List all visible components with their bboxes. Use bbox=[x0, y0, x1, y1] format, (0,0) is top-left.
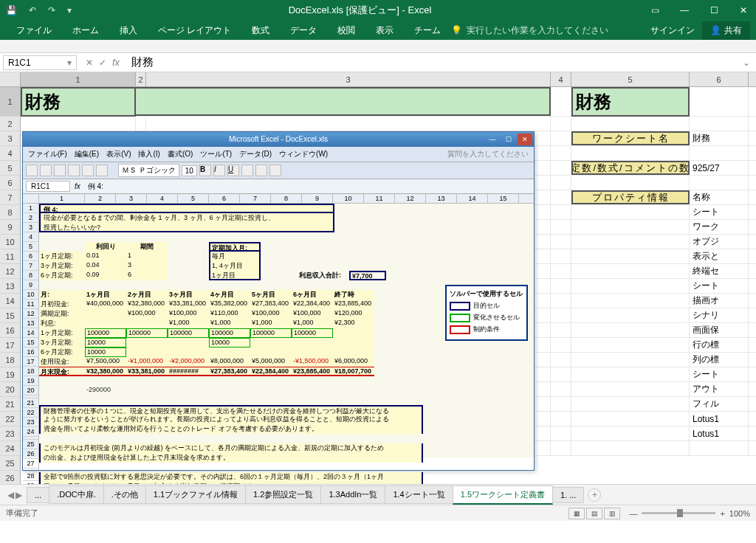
page-layout-view-icon[interactable]: ▤ bbox=[586, 508, 602, 519]
sheet-tab-worksheet-def[interactable]: 1.5ワークシート定義書 bbox=[453, 485, 553, 505]
cell-r10c6[interactable]: オブジ bbox=[690, 235, 749, 249]
col-header-2[interactable]: 2 bbox=[136, 72, 146, 86]
cell-r2c1[interactable] bbox=[21, 117, 136, 131]
cell-r17c6[interactable]: 行の標 bbox=[690, 338, 749, 352]
cell-r23c5[interactable] bbox=[571, 426, 690, 440]
sheet-tab-doc-cover[interactable]: .DOC中扉. bbox=[49, 485, 104, 504]
cell-r10c5[interactable] bbox=[571, 235, 690, 249]
cell-r4c6[interactable] bbox=[690, 146, 749, 160]
signin-link[interactable]: サインイン bbox=[643, 21, 702, 40]
zoom-level[interactable]: 100% bbox=[729, 509, 750, 518]
cell-r17c5[interactable] bbox=[571, 338, 690, 352]
sheet-tab-reference[interactable]: 1.2参照設定一覧 bbox=[245, 485, 321, 504]
cell-r22c6[interactable]: Lotus1 bbox=[690, 412, 749, 426]
cell-r13c5[interactable] bbox=[571, 279, 690, 293]
label-row-7[interactable]: プロパティ情報 bbox=[571, 190, 690, 204]
fx-icon[interactable]: fx bbox=[112, 57, 120, 68]
col-header-4[interactable]: 4 bbox=[551, 72, 571, 86]
page-break-view-icon[interactable]: ▥ bbox=[604, 508, 620, 519]
cell-r8c6[interactable]: シート bbox=[690, 205, 749, 219]
spreadsheet-grid[interactable]: 1234567891011121314151617181920212223242… bbox=[0, 87, 756, 484]
tell-me-search[interactable]: 💡 実行したい作業を入力してください bbox=[451, 24, 608, 37]
tab-data[interactable]: データ bbox=[280, 21, 327, 40]
save-icon[interactable]: 💾 bbox=[3, 4, 20, 17]
undo-icon[interactable]: ↶ bbox=[26, 4, 39, 17]
cell-r12c5[interactable] bbox=[571, 264, 690, 278]
cell-r24c5[interactable] bbox=[571, 441, 690, 455]
cell-r1c2-3[interactable] bbox=[136, 87, 551, 116]
label-row-5[interactable]: 定数/数式/コメントの数 bbox=[571, 161, 690, 175]
cell-r4c5[interactable] bbox=[571, 146, 690, 160]
sheet-tab-ellipsis[interactable]: ... bbox=[27, 487, 49, 503]
confirm-formula-icon[interactable]: ✓ bbox=[99, 58, 106, 68]
chevron-down-icon[interactable]: ▾ bbox=[67, 58, 72, 68]
cell-r20c5[interactable] bbox=[571, 382, 690, 396]
cell-r11c5[interactable] bbox=[571, 249, 690, 263]
tab-review[interactable]: 校閲 bbox=[327, 21, 365, 40]
zoom-out-button[interactable]: — bbox=[629, 509, 637, 518]
cell-r11c6[interactable]: 表示と bbox=[690, 249, 749, 263]
col-header-5[interactable]: 5 bbox=[571, 72, 690, 86]
tab-nav-next-icon[interactable]: ▶ bbox=[16, 490, 22, 500]
zoom-slider[interactable] bbox=[642, 512, 715, 514]
tab-nav-prev-icon[interactable]: ◀ bbox=[7, 490, 14, 500]
cell-r15c6[interactable]: シナリ bbox=[690, 308, 749, 322]
tab-page-layout[interactable]: ページ レイアウト bbox=[148, 21, 241, 40]
sheet-tab-trailing[interactable]: 1. ... bbox=[552, 487, 584, 503]
cell-r3c6[interactable]: 財務 bbox=[690, 131, 749, 145]
cell-r21c6[interactable]: フィル bbox=[690, 397, 749, 411]
cancel-formula-icon[interactable]: ✕ bbox=[86, 58, 93, 68]
sheet-tab-book-info[interactable]: 1.1ブックファイル情報 bbox=[145, 485, 246, 504]
cell-r6c6[interactable] bbox=[690, 176, 749, 190]
tab-view[interactable]: 表示 bbox=[365, 21, 404, 40]
maximize-icon[interactable]: ☐ bbox=[704, 3, 724, 18]
cell-r16c6[interactable]: 画面保 bbox=[690, 323, 749, 337]
cell-r7c6[interactable]: 名称 bbox=[690, 190, 749, 204]
cell-r1c6[interactable] bbox=[690, 87, 749, 116]
share-button[interactable]: 👤 共有 bbox=[702, 21, 750, 40]
sheet-tab-sheet-list[interactable]: 1.4シート一覧 bbox=[385, 485, 453, 504]
cell-r13c6[interactable]: シート bbox=[690, 279, 749, 293]
close-icon[interactable]: ✕ bbox=[734, 3, 753, 18]
cell-r20c6[interactable]: アウト bbox=[690, 382, 749, 396]
cell-r9c5[interactable] bbox=[571, 220, 690, 234]
select-all-corner[interactable] bbox=[0, 72, 21, 86]
cell-r6c5[interactable] bbox=[571, 176, 690, 190]
formula-input[interactable]: 財務 bbox=[126, 54, 737, 71]
cell-r1c1[interactable]: 財務 bbox=[21, 87, 136, 117]
tab-formulas[interactable]: 数式 bbox=[241, 21, 280, 40]
sheet-tab-addin[interactable]: 1.3AddIn一覧 bbox=[320, 485, 385, 504]
ribbon-display-icon[interactable]: ▭ bbox=[645, 3, 664, 18]
zoom-in-button[interactable]: + bbox=[720, 509, 724, 518]
tab-file[interactable]: ファイル bbox=[6, 21, 62, 40]
cell-r18c6[interactable]: 列の標 bbox=[690, 353, 749, 367]
cell-r5c6[interactable]: 925/27 bbox=[690, 161, 749, 175]
col-header-1[interactable]: 1 bbox=[21, 72, 136, 86]
label-row-3[interactable]: ワークシート名 bbox=[571, 131, 690, 145]
qat-dropdown-icon[interactable]: ▾ bbox=[64, 4, 75, 17]
cell-r21c5[interactable] bbox=[571, 397, 690, 411]
redo-icon[interactable]: ↷ bbox=[45, 4, 58, 17]
sheet-tab-other[interactable]: .その他 bbox=[103, 485, 146, 504]
cell-r15c5[interactable] bbox=[571, 308, 690, 322]
cell-r19c6[interactable]: シート bbox=[690, 367, 749, 381]
col-header-3[interactable]: 3 bbox=[146, 72, 551, 86]
normal-view-icon[interactable]: ▦ bbox=[568, 508, 585, 519]
cell-r9c6[interactable]: ワーク bbox=[690, 220, 749, 234]
cell-r1c5[interactable]: 財務 bbox=[571, 87, 690, 117]
tab-team[interactable]: チーム bbox=[404, 21, 451, 40]
cell-r23c6[interactable]: Lotus1 bbox=[690, 426, 749, 440]
name-box[interactable]: R1C1 ▾ bbox=[3, 55, 77, 70]
minimize-icon[interactable]: — bbox=[675, 3, 694, 18]
cell-r14c6[interactable]: 描画オ bbox=[690, 294, 749, 308]
cell-r22c5[interactable] bbox=[571, 412, 690, 426]
cell-r1c4[interactable] bbox=[551, 87, 571, 116]
cell-r2c5[interactable] bbox=[571, 117, 690, 131]
cell-r24c6[interactable] bbox=[690, 441, 749, 455]
cell-r8c5[interactable] bbox=[571, 205, 690, 219]
add-sheet-button[interactable]: + bbox=[588, 488, 601, 502]
tab-insert[interactable]: 挿入 bbox=[109, 21, 148, 40]
cell-r2c6[interactable] bbox=[690, 117, 749, 131]
cell-r16c5[interactable] bbox=[571, 323, 690, 337]
col-header-6[interactable]: 6 bbox=[690, 72, 749, 86]
